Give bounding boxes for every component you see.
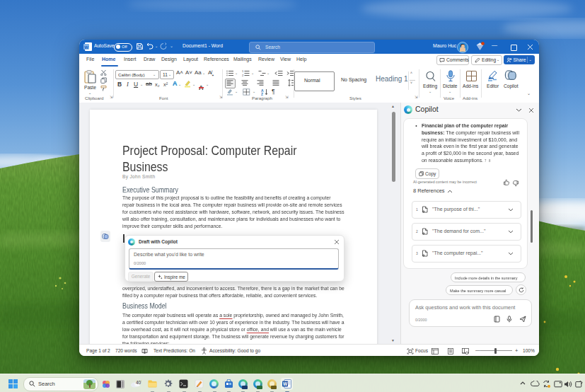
svg-text:2: 2	[242, 74, 244, 76]
svg-text:W: W	[283, 381, 288, 386]
svg-text:W: W	[84, 45, 88, 50]
svg-text:40°: 40°	[136, 380, 141, 385]
svg-text:1: 1	[242, 70, 244, 73]
